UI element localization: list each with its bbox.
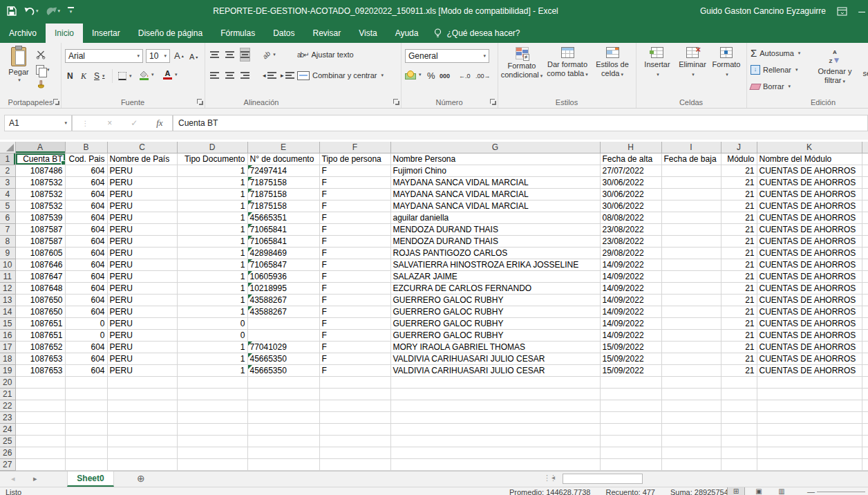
cell-F11[interactable]: F bbox=[319, 271, 390, 283]
cell-G25[interactable] bbox=[390, 436, 600, 447]
cell-H8[interactable]: 23/08/2022 bbox=[600, 236, 661, 248]
cell-E2[interactable]: 72497414 bbox=[247, 165, 319, 177]
number-format-select[interactable]: General▾ bbox=[405, 49, 489, 63]
cell-E18[interactable]: 45665350 bbox=[247, 353, 319, 365]
cell-K15[interactable]: CUENTAS DE AHORROS bbox=[757, 318, 862, 330]
cell-edge23[interactable] bbox=[862, 412, 868, 424]
cell-C4[interactable]: PERU bbox=[107, 189, 177, 200]
zoom-out-button[interactable]: — bbox=[807, 487, 815, 495]
increase-font-button[interactable]: A▴ bbox=[174, 49, 184, 62]
row-header-5[interactable]: 5 bbox=[0, 200, 15, 212]
row-header-21[interactable]: 21 bbox=[0, 389, 15, 400]
cell-A8[interactable]: 1087587 bbox=[15, 236, 65, 248]
cell-I27[interactable] bbox=[661, 459, 721, 471]
cell-J20[interactable] bbox=[721, 377, 757, 389]
cell-G2[interactable]: Fujimori Chino bbox=[390, 165, 600, 177]
cell-edge21[interactable] bbox=[862, 389, 868, 400]
cell-D17[interactable]: 1 bbox=[177, 342, 247, 353]
cell-edge13[interactable] bbox=[862, 295, 868, 306]
cell-D16[interactable]: 0 bbox=[177, 330, 247, 342]
merge-center-button[interactable]: Combinar y centrar▾ bbox=[297, 69, 384, 82]
cell-G13[interactable]: GUERRERO GALOC RUBHY bbox=[390, 295, 600, 306]
cell-F25[interactable] bbox=[319, 436, 390, 447]
cell-C17[interactable]: PERU bbox=[107, 342, 177, 353]
cell-A17[interactable]: 1087652 bbox=[15, 342, 65, 353]
user-name[interactable]: Guido Gaston Cancino Eyzaguirre bbox=[700, 6, 826, 16]
delete-cells-button[interactable]: Eliminar▾ bbox=[676, 47, 709, 79]
hscroll-thumb[interactable] bbox=[563, 474, 643, 484]
cell-H25[interactable] bbox=[600, 436, 661, 447]
cell-K12[interactable]: CUENTAS DE AHORROS bbox=[757, 283, 862, 295]
cell-edge15[interactable] bbox=[862, 318, 868, 330]
cell-E22[interactable] bbox=[247, 400, 319, 412]
cell-J4[interactable]: 21 bbox=[721, 189, 757, 200]
cell-I13[interactable] bbox=[661, 295, 721, 306]
cell-B27[interactable] bbox=[65, 459, 107, 471]
cell-D1[interactable]: Tipo Documento bbox=[177, 153, 247, 165]
find-select-button[interactable]: Buscar yseleccionar▾ bbox=[860, 47, 868, 79]
insert-function-icon[interactable]: fx bbox=[156, 118, 162, 129]
cell-F22[interactable] bbox=[319, 400, 390, 412]
cell-I23[interactable] bbox=[661, 412, 721, 424]
align-bottom-button[interactable] bbox=[240, 48, 249, 61]
cell-A22[interactable] bbox=[15, 400, 65, 412]
cell-G15[interactable]: GUERRERO GALOC RUBHY bbox=[390, 318, 600, 330]
cell-F7[interactable]: F bbox=[319, 224, 390, 236]
cell-B12[interactable]: 604 bbox=[65, 283, 107, 295]
cell-I5[interactable] bbox=[661, 200, 721, 212]
column-header-B[interactable]: B bbox=[65, 142, 107, 153]
customize-qat-button[interactable]: ▾ bbox=[68, 7, 74, 15]
cell-A11[interactable]: 1087647 bbox=[15, 271, 65, 283]
cell-C18[interactable]: PERU bbox=[107, 353, 177, 365]
cell-H13[interactable]: 14/09/2022 bbox=[600, 295, 661, 306]
cell-A6[interactable]: 1087539 bbox=[15, 212, 65, 224]
cell-B19[interactable]: 604 bbox=[65, 365, 107, 377]
cell-edge14[interactable] bbox=[862, 306, 868, 318]
cell-C8[interactable]: PERU bbox=[107, 236, 177, 248]
cell-C20[interactable] bbox=[107, 377, 177, 389]
row-header-18[interactable]: 18 bbox=[0, 353, 15, 365]
cell-I17[interactable] bbox=[661, 342, 721, 353]
cell-G20[interactable] bbox=[390, 377, 600, 389]
cell-A1[interactable]: Cuenta BT bbox=[15, 153, 65, 165]
column-header-G[interactable]: G bbox=[390, 142, 600, 153]
cell-G6[interactable]: aguilar daniella bbox=[390, 212, 600, 224]
cell-H18[interactable]: 15/09/2022 bbox=[600, 353, 661, 365]
cell-styles-button[interactable]: Estilos decelda▾ bbox=[592, 47, 633, 79]
cell-J25[interactable] bbox=[721, 436, 757, 447]
cell-I12[interactable] bbox=[661, 283, 721, 295]
cell-A10[interactable]: 1087646 bbox=[15, 259, 65, 271]
clear-button[interactable]: Borrar▾ bbox=[751, 80, 791, 93]
cell-J7[interactable]: 21 bbox=[721, 224, 757, 236]
cell-F1[interactable]: Tipo de persona bbox=[319, 153, 390, 165]
cell-A5[interactable]: 1087532 bbox=[15, 200, 65, 212]
cell-I25[interactable] bbox=[661, 436, 721, 447]
cell-A24[interactable] bbox=[15, 424, 65, 436]
cell-C5[interactable]: PERU bbox=[107, 200, 177, 212]
cell-C11[interactable]: PERU bbox=[107, 271, 177, 283]
cell-E9[interactable]: 42898469 bbox=[247, 248, 319, 259]
cell-J1[interactable]: Módulo bbox=[721, 153, 757, 165]
cell-B6[interactable]: 604 bbox=[65, 212, 107, 224]
cell-H11[interactable]: 14/09/2022 bbox=[600, 271, 661, 283]
cell-B24[interactable] bbox=[65, 424, 107, 436]
cell-F6[interactable]: F bbox=[319, 212, 390, 224]
row-header-8[interactable]: 8 bbox=[0, 236, 15, 248]
cell-H14[interactable]: 14/09/2022 bbox=[600, 306, 661, 318]
cell-F23[interactable] bbox=[319, 412, 390, 424]
cell-B25[interactable] bbox=[65, 436, 107, 447]
cell-H19[interactable]: 15/09/2022 bbox=[600, 365, 661, 377]
decrease-decimal-button[interactable]: .00→ bbox=[475, 70, 491, 82]
cell-K9[interactable]: CUENTAS DE AHORROS bbox=[757, 248, 862, 259]
cell-E19[interactable]: 45665350 bbox=[247, 365, 319, 377]
dialog-launcher-portapapeles-icon[interactable] bbox=[53, 98, 59, 105]
prev-sheet-button[interactable]: ◂ bbox=[11, 474, 15, 483]
row-header-3[interactable]: 3 bbox=[0, 177, 15, 189]
ribbon-tab-archivo[interactable]: Archivo bbox=[0, 24, 46, 43]
cell-E25[interactable] bbox=[247, 436, 319, 447]
cancel-icon[interactable]: × bbox=[107, 118, 112, 128]
cell-D2[interactable]: 1 bbox=[177, 165, 247, 177]
cell-C25[interactable] bbox=[107, 436, 177, 447]
cell-F5[interactable]: F bbox=[319, 200, 390, 212]
cell-J15[interactable]: 21 bbox=[721, 318, 757, 330]
